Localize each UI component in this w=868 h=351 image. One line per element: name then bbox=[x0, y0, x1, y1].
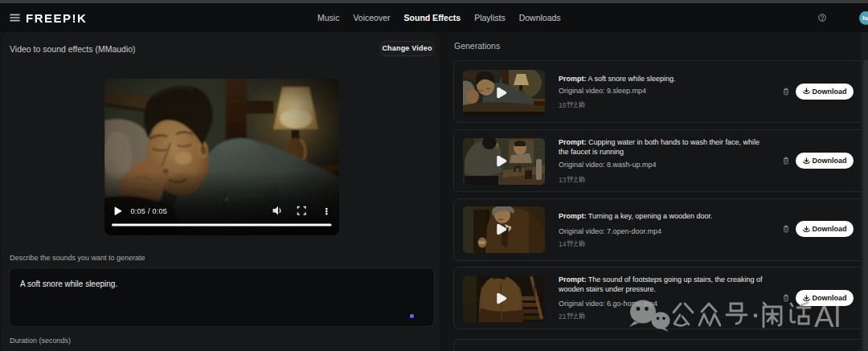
svg-text:0:05 / 0:05: 0:05 / 0:05 bbox=[130, 207, 167, 215]
svg-text:AI: AI bbox=[814, 300, 841, 333]
